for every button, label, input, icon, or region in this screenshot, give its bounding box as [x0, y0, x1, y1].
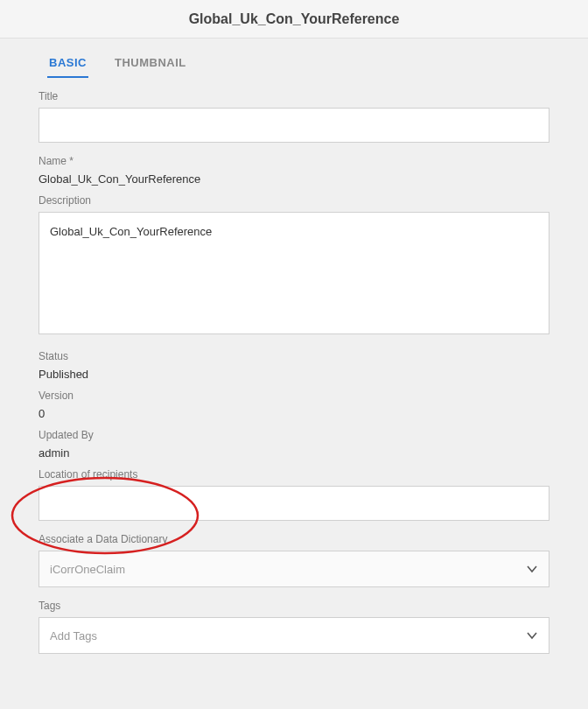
field-title: Title: [38, 90, 550, 143]
page-title: Global_Uk_Con_YourReference: [189, 11, 400, 27]
location-label: Location of recipients: [38, 468, 550, 481]
name-value: Global_Uk_Con_YourReference: [38, 172, 550, 186]
page-header: Global_Uk_Con_YourReference: [0, 0, 588, 39]
title-input[interactable]: [38, 108, 550, 143]
field-description: Description Global_Uk_Con_YourReference: [38, 194, 550, 338]
chevron-down-icon: [526, 629, 538, 642]
field-location: Location of recipients: [38, 468, 550, 521]
description-input[interactable]: Global_Uk_Con_YourReference: [38, 212, 550, 334]
location-input[interactable]: [38, 486, 550, 521]
tags-placeholder: Add Tags: [50, 629, 97, 642]
chevron-down-icon: [526, 563, 538, 575]
dictionary-select[interactable]: iCorrOneClaim: [38, 551, 550, 587]
content-area: BASIC THUMBNAIL Title Name * Global_Uk_C…: [0, 39, 588, 654]
field-version: Version 0: [38, 390, 550, 420]
version-value: 0: [38, 407, 550, 420]
tab-thumbnail[interactable]: THUMBNAIL: [113, 53, 188, 78]
status-value: Published: [38, 368, 550, 381]
field-status: Status Published: [38, 350, 550, 381]
dictionary-label: Associate a Data Dictionary: [38, 533, 550, 545]
name-label: Name *: [38, 155, 550, 167]
field-name: Name * Global_Uk_Con_YourReference: [38, 155, 550, 186]
description-label: Description: [38, 194, 550, 207]
tab-basic[interactable]: BASIC: [47, 53, 88, 78]
field-updated-by: Updated By admin: [38, 429, 550, 460]
dictionary-value: iCorrOneClaim: [50, 563, 125, 576]
field-tags: Tags Add Tags: [38, 600, 550, 654]
tags-select[interactable]: Add Tags: [38, 617, 550, 654]
updated-by-value: admin: [38, 446, 550, 460]
version-label: Version: [38, 390, 550, 402]
status-label: Status: [38, 350, 550, 362]
tags-label: Tags: [38, 600, 550, 612]
title-label: Title: [38, 90, 550, 102]
field-dictionary: Associate a Data Dictionary iCorrOneClai…: [38, 533, 550, 587]
updated-by-label: Updated By: [38, 429, 550, 441]
tab-bar: BASIC THUMBNAIL: [38, 39, 550, 78]
